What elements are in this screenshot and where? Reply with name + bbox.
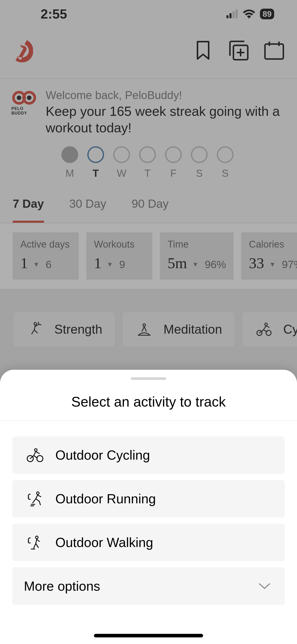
outdoor-running-icon [26, 490, 44, 508]
add-collection-icon[interactable] [228, 40, 249, 61]
header-actions [193, 40, 284, 61]
wifi-icon [243, 9, 255, 19]
stat-calories[interactable]: Calories 33▼97% [241, 232, 297, 280]
cellular-icon [226, 10, 238, 18]
week-days-row: M T W T F S S [61, 146, 297, 179]
peloton-logo-icon[interactable] [13, 40, 33, 61]
down-arrow-icon: ▼ [107, 261, 113, 268]
stat-active-days[interactable]: Active days 1▼6 [13, 232, 79, 280]
svg-rect-3 [236, 10, 238, 18]
activity-outdoor-walking[interactable]: Outdoor Walking [12, 524, 285, 561]
down-arrow-icon: ▼ [192, 261, 199, 268]
status-bar: 2:55 89 [0, 0, 297, 28]
category-strength[interactable]: Strength [13, 312, 116, 347]
stat-workouts[interactable]: Workouts 1▼9 [86, 232, 152, 280]
down-arrow-icon: ▼ [269, 261, 276, 268]
meditation-icon [135, 320, 153, 339]
tab-90day[interactable]: 90 Day [132, 197, 169, 223]
activity-list: Outdoor Cycling Outdoor Running Outdoor … [0, 421, 297, 605]
user-avatar[interactable]: PELO BUDDY [11, 89, 37, 117]
bookmark-icon[interactable] [193, 40, 213, 61]
home-indicator[interactable] [94, 634, 203, 637]
sheet-title: Select an activity to track [0, 394, 297, 410]
activity-select-sheet: Select an activity to track Outdoor Cycl… [0, 370, 297, 644]
svg-point-8 [17, 95, 21, 100]
activity-outdoor-running[interactable]: Outdoor Running [12, 480, 285, 518]
welcome-greeting: Welcome back, PeloBuddy! [46, 89, 286, 102]
category-band[interactable]: Strength Meditation Cycli [0, 289, 297, 383]
welcome-block: PELO BUDDY Welcome back, PeloBuddy! Keep… [0, 79, 297, 136]
avatar-label: PELO BUDDY [11, 106, 37, 116]
outdoor-cycling-icon [26, 446, 44, 464]
category-cycling[interactable]: Cycli [242, 312, 297, 347]
day-fri[interactable]: F [164, 146, 182, 179]
day-mon[interactable]: M [61, 146, 79, 179]
cycling-icon [255, 320, 273, 339]
svg-point-17 [35, 449, 37, 451]
activity-more-options[interactable]: More options [12, 567, 285, 605]
svg-point-16 [37, 456, 43, 462]
svg-point-18 [37, 492, 39, 494]
svg-rect-0 [226, 15, 228, 18]
battery-indicator: 89 [260, 9, 274, 19]
svg-point-13 [266, 330, 271, 335]
welcome-headline: Keep your 165 week streak going with a w… [46, 103, 286, 136]
strength-icon [26, 320, 44, 339]
day-thu[interactable]: T [139, 146, 156, 179]
svg-point-11 [143, 324, 145, 326]
tab-30day[interactable]: 30 Day [69, 197, 106, 223]
svg-rect-2 [233, 11, 235, 18]
svg-point-10 [34, 323, 37, 325]
day-tue[interactable]: T [87, 146, 105, 179]
activity-label: Outdoor Running [55, 491, 156, 506]
stat-time[interactable]: Time 5m▼96% [160, 232, 234, 280]
status-right: 89 [226, 9, 274, 19]
svg-rect-1 [229, 13, 232, 18]
day-wed[interactable]: W [113, 146, 130, 179]
calendar-icon[interactable] [264, 40, 284, 61]
tab-7day[interactable]: 7 Day [13, 197, 44, 223]
svg-point-19 [36, 536, 38, 539]
category-meditation[interactable]: Meditation [122, 312, 235, 347]
activity-outdoor-cycling[interactable]: Outdoor Cycling [12, 436, 285, 474]
sheet-grabber[interactable] [131, 377, 166, 380]
svg-rect-5 [265, 44, 283, 59]
activity-label: Outdoor Walking [55, 535, 153, 550]
more-options-label: More options [24, 578, 100, 594]
day-sat[interactable]: S [190, 146, 208, 179]
down-arrow-icon: ▼ [33, 261, 40, 268]
day-sun[interactable]: S [216, 146, 234, 179]
outdoor-walking-icon [26, 533, 44, 552]
svg-point-9 [27, 95, 31, 100]
status-time: 2:55 [41, 6, 67, 22]
svg-point-14 [265, 323, 267, 326]
activity-label: Outdoor Cycling [55, 447, 150, 463]
stats-row[interactable]: Active days 1▼6 Workouts 1▼9 Time 5m▼96%… [0, 223, 297, 289]
chevron-down-icon [258, 582, 271, 590]
app-header [0, 28, 297, 79]
period-tabs: 7 Day 30 Day 90 Day [0, 179, 297, 223]
